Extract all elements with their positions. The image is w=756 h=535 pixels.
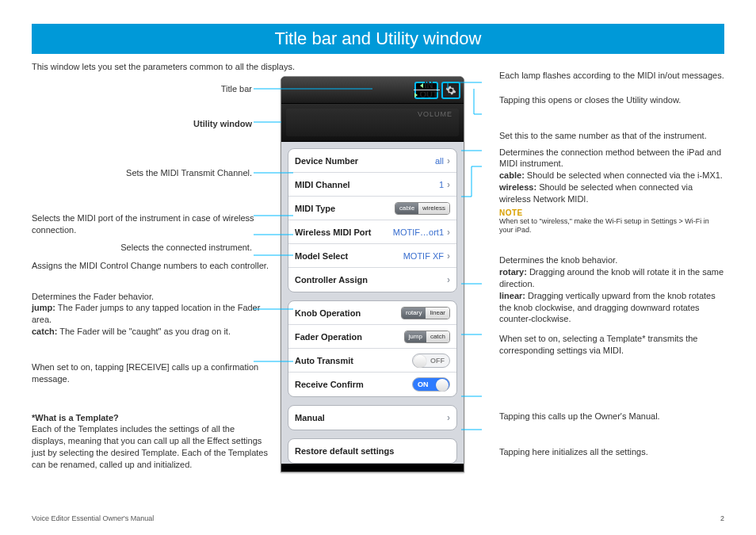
settings-row[interactable]: Fader Operationjumpcatch <box>288 325 456 349</box>
label-fader-behavior: Determines the Fader behavior. jump: The… <box>32 291 269 338</box>
toggle-switch[interactable]: ON <box>412 377 450 392</box>
label-receive-confirm: When set to on, tapping [RECEIVE] calls … <box>32 361 269 385</box>
chevron-right-icon: › <box>447 412 450 423</box>
settings-row[interactable]: Device Numberall› <box>288 149 456 173</box>
note-text: When set to "wireless," make the Wi-Fi s… <box>499 217 724 235</box>
label-model-select: Selects the connected instrument. <box>32 243 269 252</box>
row-value: 1 <box>439 180 444 189</box>
chevron-right-icon: › <box>447 227 450 238</box>
settings-group: Device Numberall›MIDI Channel1›MIDI Type… <box>288 148 457 292</box>
row-label: MIDI Channel <box>295 180 439 189</box>
label-auto-transmit: When set to on, selecting a Template* tr… <box>499 333 724 357</box>
row-label: Controller Assign <box>295 275 444 285</box>
row-label: Receive Confirm <box>295 380 412 389</box>
row-label: Restore default settings <box>295 446 450 456</box>
volume-label: VOLUME <box>418 110 452 118</box>
toggle-switch[interactable]: OFF <box>412 353 450 368</box>
chevron-right-icon: › <box>447 274 450 285</box>
segmented-control[interactable]: rotarylinear <box>401 307 450 319</box>
label-midi-channel: Sets the MIDI Transmit Channel. <box>32 168 269 178</box>
gear-icon <box>445 85 456 96</box>
settings-row[interactable]: Manual› <box>288 406 456 430</box>
settings-row[interactable]: Controller Assign› <box>288 268 456 292</box>
settings-group: Restore default settings <box>288 438 457 464</box>
label-wireless-port: Selects the MIDI port of the instrument … <box>32 212 269 236</box>
footer-manual-name: Voice Editor Essential Owner's Manual <box>32 514 154 522</box>
utility-toggle-button[interactable] <box>441 82 460 99</box>
label-gear: Tapping this opens or closes the Utility… <box>499 94 724 106</box>
settings-row[interactable]: Knob Operationrotarylinear <box>288 301 456 325</box>
chevron-right-icon: › <box>447 179 450 190</box>
page-title: Title bar and Utility window <box>32 24 724 54</box>
row-label: Device Number <box>295 156 435 166</box>
settings-row[interactable]: Auto TransmitOFF <box>288 349 456 373</box>
settings-row[interactable]: Receive ConfirmON <box>288 373 456 396</box>
row-label: MIDI Type <box>295 204 395 213</box>
segmented-control[interactable]: jumpcatch <box>404 331 450 343</box>
row-value: all <box>435 156 444 166</box>
settings-row[interactable]: MIDI Typecablewireless <box>288 197 456 220</box>
note-label: NOTE <box>499 208 724 217</box>
title-bar: IN OUT <box>281 77 464 104</box>
row-value: MOTIF…ort1 <box>393 227 444 237</box>
settings-group: Manual› <box>288 405 457 430</box>
row-label: Manual <box>295 413 444 422</box>
settings-row[interactable]: Model SelectMOTIF XF› <box>288 244 456 268</box>
row-value: MOTIF XF <box>403 251 444 261</box>
settings-row[interactable]: Wireless MIDI PortMOTIF…ort1› <box>288 220 456 244</box>
segmented-control[interactable]: cablewireless <box>395 202 450 215</box>
chevron-right-icon: › <box>447 250 450 262</box>
settings-group: Knob OperationrotarylinearFader Operatio… <box>288 300 457 397</box>
label-utility-window: Utility window <box>32 119 269 128</box>
label-knob-behavior: Determines the knob behavior. rotary: Dr… <box>499 254 724 325</box>
row-label: Fader Operation <box>295 332 404 342</box>
label-manual: Tapping this calls up the Owner's Manual… <box>499 411 724 422</box>
dim-background: VOLUME <box>281 104 464 142</box>
footer-page-number: 2 <box>720 514 724 522</box>
label-title-bar: Title bar <box>32 84 269 94</box>
row-label: Knob Operation <box>295 308 401 318</box>
row-label: Model Select <box>295 251 403 261</box>
label-midi-type: Determines the connection method between… <box>499 147 724 205</box>
row-label: Auto Transmit <box>295 356 412 365</box>
chevron-right-icon: › <box>447 155 450 166</box>
label-controller-assign: Assigns the MIDI Control Change numbers … <box>32 260 269 272</box>
settings-row[interactable]: Restore default settings <box>288 439 456 463</box>
utility-window-screenshot: IN OUT VOLUME Device Numberall›MIDI Chan… <box>281 76 464 472</box>
template-explanation: *What is a Template? Each of the Templat… <box>32 412 269 471</box>
label-lamp: Each lamp flashes according to the MIDI … <box>499 70 724 82</box>
midi-lamp-indicator: IN OUT <box>414 82 438 99</box>
row-label: Wireless MIDI Port <box>295 227 393 237</box>
settings-row[interactable]: MIDI Channel1› <box>288 173 456 197</box>
label-device-number: Set this to the same number as that of t… <box>499 130 724 142</box>
label-restore: Tapping here initializes all the setting… <box>499 446 724 458</box>
